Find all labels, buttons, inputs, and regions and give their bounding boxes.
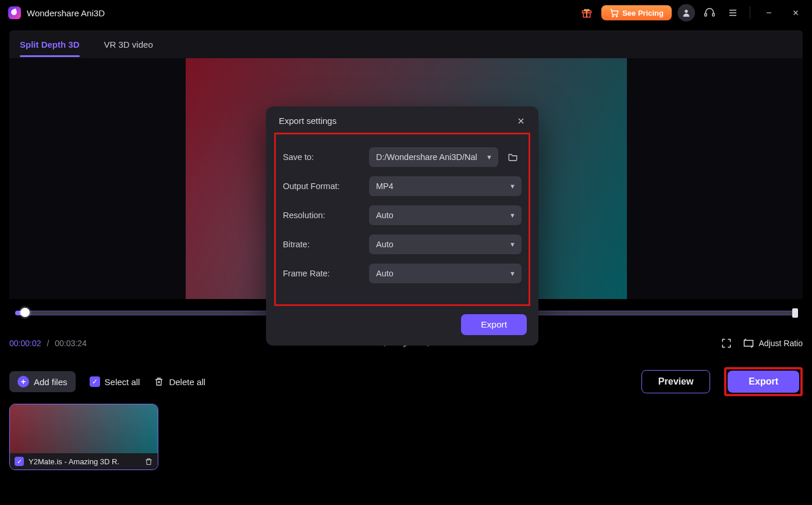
app-logo [8, 6, 21, 19]
mode-tabs: Split Depth 3D VR 3D video [9, 30, 803, 58]
tab-vr-3d-video[interactable]: VR 3D video [104, 33, 153, 56]
dialog-actions: Export [266, 306, 538, 335]
frame-rate-value: Auto [376, 269, 393, 278]
field-frame-rate: Frame Rate: Auto ▼ [282, 259, 523, 288]
see-pricing-button[interactable]: See Pricing [601, 5, 672, 20]
window-minimize-button[interactable] [758, 4, 779, 22]
gift-icon[interactable] [578, 4, 595, 22]
resolution-label: Resolution: [283, 211, 363, 220]
user-icon[interactable] [678, 4, 695, 22]
support-icon[interactable] [701, 4, 718, 22]
duration-time: 00:03:24 [55, 339, 87, 348]
add-files-label: Add files [34, 377, 68, 387]
resolution-value: Auto [376, 211, 393, 220]
app-title: Wondershare Ani3D [27, 8, 105, 18]
save-to-select[interactable]: D:/Wondershare Ani3D/Nal ▼ [369, 147, 498, 167]
bitrate-value: Auto [376, 240, 393, 249]
file-actions-bar: + Add files ✓ Select all Delete all Prev… [9, 367, 803, 397]
titlebar: Wondershare Ani3D See Pricing [0, 0, 812, 26]
adjust-ratio-label: Adjust Ratio [759, 339, 803, 348]
add-files-button[interactable]: + Add files [9, 371, 76, 392]
time-display: 00:00:02 / 00:03:24 [9, 339, 87, 348]
select-all-checkbox[interactable]: ✓ [90, 376, 100, 387]
chevron-down-icon: ▼ [509, 241, 516, 248]
export-button-highlight: Export [724, 367, 803, 396]
dialog-close-button[interactable] [516, 116, 526, 126]
svg-rect-5 [705, 13, 707, 16]
chevron-down-icon: ▼ [486, 154, 492, 161]
field-save-to: Save to: D:/Wondershare Ani3D/Nal ▼ [282, 143, 523, 172]
bitrate-label: Bitrate: [283, 240, 363, 249]
select-all-label: Select all [105, 377, 140, 387]
svg-rect-7 [744, 340, 753, 346]
menu-icon[interactable] [724, 4, 742, 22]
dialog-export-button[interactable]: Export [461, 314, 527, 335]
field-bitrate: Bitrate: Auto ▼ [282, 230, 523, 259]
output-format-label: Output Format: [283, 182, 363, 191]
svg-point-4 [685, 10, 687, 13]
export-label: Export [749, 376, 778, 386]
delete-all-button[interactable]: Delete all [154, 376, 205, 387]
field-resolution: Resolution: Auto ▼ [282, 201, 523, 230]
thumbnail-filename: Y2Mate.is - Amazing 3D R. [29, 457, 140, 466]
current-time: 00:00:02 [9, 339, 41, 348]
dialog-header: Export settings [266, 106, 538, 128]
delete-all-label: Delete all [169, 377, 205, 387]
timeline-end-handle[interactable] [792, 308, 798, 318]
adjust-ratio-button[interactable]: Adjust Ratio [743, 337, 803, 349]
chevron-down-icon: ▼ [509, 212, 516, 219]
select-all-toggle[interactable]: ✓ Select all [90, 376, 140, 387]
preview-label: Preview [658, 376, 693, 386]
field-output-format: Output Format: MP4 ▼ [282, 172, 523, 201]
file-thumbnail[interactable]: ✓ Y2Mate.is - Amazing 3D R. [9, 404, 158, 470]
window-close-button[interactable] [785, 4, 806, 22]
chevron-down-icon: ▼ [509, 183, 516, 190]
frame-rate-label: Frame Rate: [283, 269, 363, 278]
svg-rect-6 [712, 13, 714, 16]
time-separator: / [47, 339, 49, 348]
dialog-export-label: Export [481, 319, 507, 329]
thumbnail-delete-icon[interactable] [144, 457, 153, 466]
save-to-label: Save to: [283, 152, 363, 162]
thumbnail-image [10, 404, 158, 453]
svg-point-2 [612, 16, 614, 17]
timeline-playhead[interactable] [20, 308, 30, 317]
thumbnail-checkbox[interactable]: ✓ [15, 457, 24, 466]
fullscreen-icon[interactable] [721, 337, 732, 349]
plus-icon: + [17, 376, 29, 387]
resolution-select[interactable]: Auto ▼ [369, 205, 522, 225]
trash-icon [154, 376, 164, 387]
dialog-title: Export settings [279, 116, 336, 126]
bitrate-select[interactable]: Auto ▼ [369, 234, 522, 254]
dialog-fields-highlight: Save to: D:/Wondershare Ani3D/Nal ▼ Outp… [274, 133, 530, 306]
see-pricing-label: See Pricing [622, 9, 664, 17]
save-to-value: D:/Wondershare Ani3D/Nal [376, 152, 477, 162]
export-button[interactable]: Export [728, 371, 799, 393]
chevron-down-icon: ▼ [509, 270, 516, 277]
tab-split-depth-3d[interactable]: Split Depth 3D [20, 33, 80, 56]
preview-button[interactable]: Preview [641, 370, 710, 393]
svg-point-3 [616, 16, 618, 17]
frame-rate-select[interactable]: Auto ▼ [369, 264, 522, 283]
browse-folder-button[interactable] [504, 152, 522, 162]
output-format-select[interactable]: MP4 ▼ [369, 176, 522, 196]
output-format-value: MP4 [376, 182, 393, 191]
thumbnail-bar: ✓ Y2Mate.is - Amazing 3D R. [10, 453, 158, 470]
file-thumbnails: ✓ Y2Mate.is - Amazing 3D R. [9, 404, 803, 470]
export-settings-dialog: Export settings Save to: D:/Wondershare … [266, 106, 538, 346]
